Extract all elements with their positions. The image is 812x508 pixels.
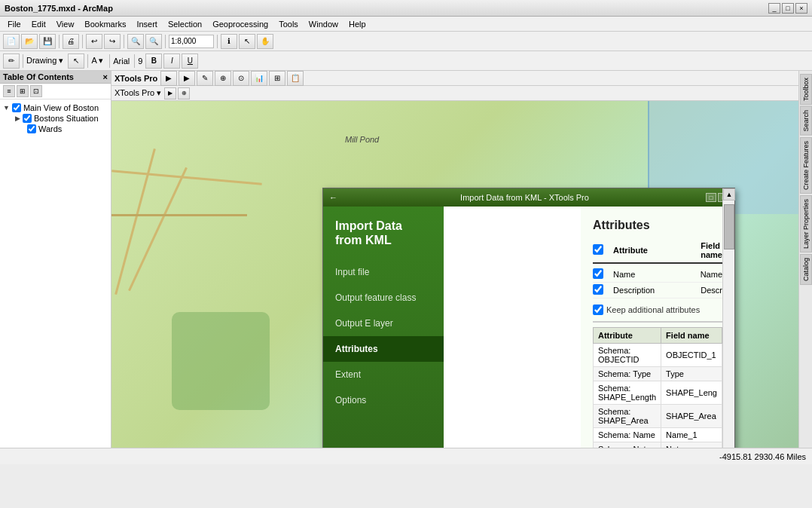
side-tab-toolbox[interactable]: Toolbox [800,74,812,105]
pan-btn[interactable]: ✋ [257,34,273,49]
attr-row-description: Description Descr [593,283,722,298]
wizard-step-output-layer[interactable]: Output E layer [323,311,444,336]
menu-bookmarks[interactable]: Bookmarks [80,18,130,30]
toc-list-view[interactable]: ≡ [3,85,15,97]
side-tab-catalog[interactable]: Catalog [800,254,812,285]
main-layout: Table Of Contents × ≡ ⊞ ⊡ ▼ Main View of… [0,71,812,448]
minimize-button[interactable]: _ [768,3,780,14]
toc-source-view[interactable]: ⊞ [17,85,29,97]
xtools-btn-5[interactable]: ⊙ [233,71,249,86]
title-bar: Boston_1775.mxd - ArcMap _ □ × [0,0,812,17]
dialog-maximize-btn[interactable]: □ [706,193,716,202]
import-kml-dialog: ← Import Data from KML - XTools Pro □ × … [322,188,735,448]
xtools-bar-2: XTools Pro ▾ ▶ ⊕ [111,86,798,101]
wizard-step-attributes[interactable]: Attributes [323,336,444,362]
italic-btn[interactable]: I [163,54,180,69]
app-title: Boston_1775.mxd - ArcMap [5,4,113,13]
xtools-btn-7[interactable]: ⊞ [269,71,285,86]
menu-selection[interactable]: Selection [163,18,206,30]
map-area[interactable]: XTools Pro ▶ ▶ ✎ ⊕ ⊙ 📊 ⊞ 📋 XTools Pro ▾ … [111,71,798,448]
scrollbar-thumb[interactable] [724,204,734,249]
schema-attribute-cell: Schema: Type [594,367,661,381]
description-checkbox[interactable] [593,284,603,295]
print-btn[interactable]: 🖨 [63,34,79,49]
schema-attribute-cell: Schema: SHAPE_Length [594,381,661,405]
scale-input[interactable] [169,35,214,48]
name-fieldname: Name [701,270,722,279]
identify-btn[interactable]: ℹ [221,34,237,49]
menu-geoprocessing[interactable]: Geoprocessing [208,18,273,30]
xtools-btn-4[interactable]: ⊕ [215,71,231,86]
wizard-step-extent[interactable]: Extent [323,362,444,387]
status-bar: -4915.81 2930.46 Miles [0,448,812,464]
wizard-panel: Import Data from KML Input file Output f… [323,207,444,448]
zoom-out-btn[interactable]: 🔍 [145,34,162,49]
toc-header: Table Of Contents × [0,71,111,84]
xtools-btn-6[interactable]: 📊 [251,71,267,86]
layer-wards-checkbox[interactable] [27,124,36,133]
schema-col-fieldname: Field name [661,328,722,344]
toolbar-2: ✏ Drawing ▾ ↖ A ▾ Arial 9 B I U [0,51,812,71]
layer-bostons-situation-checkbox[interactable] [23,114,32,123]
xtools-btn-3[interactable]: ✎ [197,71,213,86]
layer-bostons-situation-label: Bostons Situation [34,114,99,123]
xtools-btn-1[interactable]: ▶ [160,71,177,86]
menu-view[interactable]: View [52,18,79,30]
wizard-step-options[interactable]: Options [323,387,444,413]
side-tab-create-features[interactable]: Create Features [800,137,812,194]
zoom-in-btn[interactable]: 🔍 [127,34,144,49]
layer-main-view-checkbox[interactable] [12,103,21,112]
menu-insert[interactable]: Insert [132,18,162,30]
schema-fieldname-cell: Notes [661,442,722,448]
maximize-button[interactable]: □ [782,3,794,14]
wizard-step-input-file[interactable]: Input file [323,259,444,285]
menu-help[interactable]: Help [344,18,371,30]
menu-file[interactable]: File [3,18,26,30]
menu-edit[interactable]: Edit [27,18,50,30]
description-attribute: Description [613,286,701,295]
xtools2-btn-2[interactable]: ⊕ [178,87,190,99]
menu-tools[interactable]: Tools [274,18,303,30]
header-checkbox[interactable] [593,244,603,255]
layer-bostons-situation[interactable]: ▶ Bostons Situation [15,113,108,124]
menu-bar: File Edit View Bookmarks Insert Selectio… [0,17,812,32]
sep-4 [165,35,166,48]
header-fieldname-col: Field name [701,241,722,259]
schema-table: Attribute Field name Schema: OBJECTID OB… [593,327,722,448]
road-4 [111,214,247,216]
toc-close[interactable]: × [103,72,108,81]
sep-6 [23,54,23,68]
redo-btn[interactable]: ↪ [104,34,121,49]
table-of-contents: Table Of Contents × ≡ ⊞ ⊡ ▼ Main View of… [0,71,111,448]
open-btn[interactable]: 📂 [21,34,38,49]
draw-btn[interactable]: ✏ [3,54,20,69]
scrollbar-up-btn[interactable]: ▲ [723,188,735,200]
undo-btn[interactable]: ↩ [86,34,102,49]
sep-5 [217,35,218,48]
wizard-step-output-feature[interactable]: Output feature class [323,285,444,311]
keep-additional-checkbox[interactable] [593,304,603,315]
side-tab-layer-properties[interactable]: Layer Properties [800,195,812,252]
toc-drawing-order[interactable]: ⊡ [30,85,42,97]
name-checkbox[interactable] [593,268,603,279]
bold-btn[interactable]: B [145,54,162,69]
layer-main-view-label: Main View of Boston [23,103,99,112]
underline-btn[interactable]: U [182,54,198,69]
dialog-back-btn[interactable]: ← [329,193,337,202]
menu-window[interactable]: Window [304,18,343,30]
xtools2-btn-1[interactable]: ▶ [164,87,176,99]
layer-wards[interactable]: Wards [15,124,108,134]
layer-main-view[interactable]: ▼ Main View of Boston [3,103,108,113]
status-coordinates: -4915.81 2930.46 Miles [719,452,806,461]
pointer-btn[interactable]: ↖ [68,54,84,69]
xtools-btn-8[interactable]: 📋 [287,71,304,86]
xtools-label-2: XTools Pro ▾ [114,88,161,98]
close-button[interactable]: × [795,3,807,14]
layer-group-boston: ▼ Main View of Boston ▶ Bostons Situatio… [3,103,108,134]
side-tab-search[interactable]: Search [800,106,812,136]
new-btn[interactable]: 📄 [3,34,20,49]
xtools-btn-2[interactable]: ▶ [179,71,195,86]
schema-col-attribute: Attribute [594,328,661,344]
save-btn[interactable]: 💾 [39,34,56,49]
select-btn[interactable]: ↖ [239,34,255,49]
